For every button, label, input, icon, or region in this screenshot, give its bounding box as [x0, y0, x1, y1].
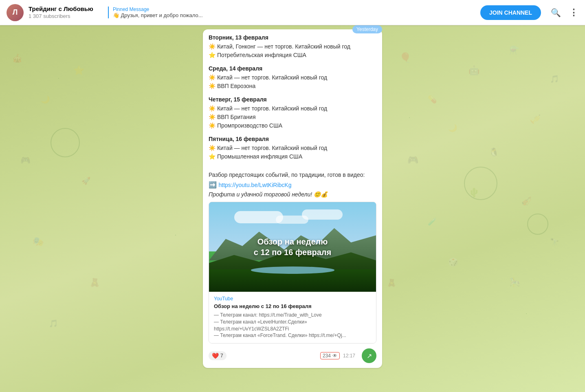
reaction-button[interactable]: ❤️ 7 — [209, 351, 227, 360]
header-actions: 🔍 ⋮ — [548, 4, 585, 21]
friday-item-2: ⭐ Промышленная инфляция США — [209, 152, 376, 161]
tuesday-title: Вторник, 13 февраля — [209, 34, 376, 41]
day-section-wednesday: Среда, 14 февраля ☀️ Китай — нет торгов.… — [209, 65, 376, 90]
pinned-content: Pinned Message 👋 Друзья, привет и добро … — [113, 7, 203, 19]
view-count: 234 — [323, 353, 331, 359]
friday-item-1: ☀️ Китай — нет торгов. Китайский новый г… — [209, 144, 376, 152]
friday-title: Пятница, 16 февраля — [209, 136, 376, 142]
youtube-preview[interactable]: Обзор на неделю с 12 по 16 февраля YouTu… — [209, 202, 376, 344]
avatar[interactable]: Л — [7, 4, 24, 21]
view-count-box: 234 👁 — [320, 352, 340, 359]
avatar-image: Л — [7, 4, 24, 21]
channel-info: Трейдинг с Любовью 1 307 subscribers — [29, 5, 93, 20]
more-icon: ⋮ — [569, 7, 578, 18]
youtube-link[interactable]: https://youtu.be/LwtKiRibcKg — [218, 182, 291, 188]
main-content: Yesterday Вторник, 13 февраля ☀️ Китай, … — [0, 25, 585, 392]
youtube-thumbnail: Обзор на неделю с 12 по 16 февраля — [209, 202, 376, 292]
join-channel-button[interactable]: JOIN CHANNEL — [480, 5, 541, 20]
link-section: ➡️ https://youtu.be/LwtKiRibcKg — [209, 181, 376, 189]
channel-name: Трейдинг с Любовью — [29, 5, 93, 13]
pinned-text: 👋 Друзья, привет и добро пожало... — [113, 12, 203, 19]
channel-identity: Л Трейдинг с Любовью 1 307 subscribers — [0, 4, 100, 21]
closing-text: Профита и удачной торговой недели! 🙂💰 — [209, 191, 376, 198]
channel-subscribers: 1 307 subscribers — [29, 13, 93, 20]
analysis-text: Разбор предстоящих событий, по традиции,… — [209, 171, 376, 179]
thursday-item-3: ☀️ Промпроизводство США — [209, 121, 376, 130]
wednesday-item-2: ☀️ ВВП Еврозона — [209, 82, 376, 90]
search-icon: 🔍 — [551, 8, 561, 18]
thumbnail-overlay-text: Обзор на неделю с 12 по 16 февраля — [209, 202, 376, 292]
message-bubble: Yesterday Вторник, 13 февраля ☀️ Китай, … — [203, 29, 382, 368]
reaction-count: 7 — [220, 353, 223, 359]
message-meta: 234 👁 12:17 ↗ — [320, 348, 376, 363]
pinned-message[interactable]: Pinned Message 👋 Друзья, привет и добро … — [108, 7, 203, 19]
tuesday-item-2: ⭐ Потребительская инфляция США — [209, 51, 376, 59]
thumbnail-line-1: Обзор на неделю — [257, 237, 328, 246]
thursday-item-2: ☀️ ВВП Британия — [209, 113, 376, 121]
day-section-friday: Пятница, 16 февраля ☀️ Китай — нет торго… — [209, 136, 376, 161]
header: Л Трейдинг с Любовью 1 307 subscribers P… — [0, 0, 585, 25]
share-button[interactable]: ↗ — [362, 348, 376, 363]
wednesday-title: Среда, 14 февраля — [209, 65, 376, 72]
tuesday-item-1: ☀️ Китай, Гонконг — нет торгов. Китайски… — [209, 42, 376, 51]
day-section-thursday: Четверг, 15 февраля ☀️ Китай — нет торго… — [209, 96, 376, 130]
message-time: 12:17 — [343, 353, 355, 359]
thumbnail-text: Обзор на неделю с 12 по 16 февраля — [254, 236, 332, 258]
link-arrow: ➡️ — [209, 181, 218, 188]
message-footer: ❤️ 7 234 👁 12:17 ↗ — [209, 347, 376, 363]
more-menu-button[interactable]: ⋮ — [565, 4, 582, 21]
wednesday-item-1: ☀️ Китай — нет торгов. Китайский новый г… — [209, 73, 376, 82]
pinned-label: Pinned Message — [113, 7, 203, 12]
youtube-source: YouTube — [214, 296, 371, 302]
yesterday-badge: Yesterday — [352, 25, 382, 33]
youtube-title: Обзор на неделю с 12 по 16 февраля — [214, 303, 371, 309]
youtube-info: YouTube Обзор на неделю с 12 по 16 февра… — [209, 292, 376, 343]
thursday-item-1: ☀️ Китай — нет торгов. Китайский новый г… — [209, 104, 376, 113]
reaction-emoji: ❤️ — [212, 352, 219, 359]
day-section-tuesday: Вторник, 13 февраля ☀️ Китай, Гонконг — … — [209, 34, 376, 59]
chat-area: Yesterday Вторник, 13 февраля ☀️ Китай, … — [203, 29, 382, 368]
thumbnail-line-2: с 12 по 16 февраля — [254, 248, 332, 257]
share-icon: ↗ — [367, 352, 372, 360]
view-icon: 👁 — [332, 353, 337, 359]
youtube-desc: — Телеграм канал: https://t.me/Trade_wit… — [214, 312, 371, 339]
thursday-title: Четверг, 15 февраля — [209, 96, 376, 103]
search-button[interactable]: 🔍 — [548, 4, 564, 21]
pinned-message-area[interactable]: Pinned Message 👋 Друзья, привет и добро … — [100, 7, 480, 19]
